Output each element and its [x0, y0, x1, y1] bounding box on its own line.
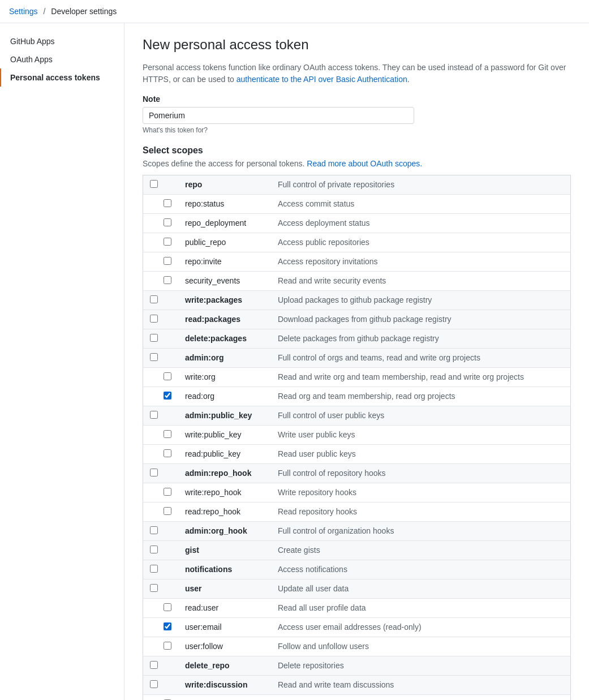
- scope-checkbox-public_repo[interactable]: [164, 238, 171, 246]
- scope-parent-row: admin:public_key Full control of user pu…: [143, 406, 571, 426]
- scope-checkbox-user[interactable]: [150, 584, 158, 592]
- scope-child-row: write:public_key Write user public keys: [143, 426, 571, 445]
- scope-checkbox-cell: [143, 637, 179, 656]
- scope-checkbox-write_public_key[interactable]: [164, 430, 171, 438]
- sidebar-item-oauth-apps[interactable]: OAuth Apps: [0, 50, 124, 68]
- scope-parent-row: delete:packages Delete packages from git…: [143, 329, 571, 349]
- scope-checkbox-cell: [143, 214, 179, 233]
- scope-checkbox-cell: [143, 252, 179, 272]
- scope-checkbox-cell: [143, 368, 179, 387]
- scope-name-cell: write:org: [178, 368, 271, 387]
- scope-child-desc-cell: Read team discussions: [271, 695, 571, 701]
- scope-child-name: read:user: [185, 603, 218, 612]
- scope-child-name: public_repo: [185, 238, 226, 247]
- scope-child-name: user:email: [185, 622, 222, 632]
- scope-child-name: read:org: [185, 392, 214, 401]
- scope-checkbox-repo_deployment[interactable]: [164, 218, 171, 226]
- scope-desc-cell: Full control of repository hooks: [271, 464, 571, 483]
- scope-checkbox-user_follow[interactable]: [164, 642, 171, 650]
- scope-child-desc-cell: Access repository invitations: [271, 252, 571, 272]
- scope-child-desc-cell: Access deployment status: [271, 214, 571, 233]
- scope-child-row: repo_deployment Access deployment status: [143, 214, 571, 233]
- scope-child-desc-cell: Read and write org and team membership, …: [271, 368, 571, 387]
- scope-checkbox-cell: [143, 579, 179, 599]
- scope-desc-cell: Access notifications: [271, 560, 571, 579]
- scope-checkbox-admin_org[interactable]: [150, 353, 158, 361]
- scope-checkbox-notifications[interactable]: [150, 565, 158, 573]
- scope-checkbox-cell: [143, 272, 179, 291]
- scope-desc-cell: Download packages from github package re…: [271, 310, 571, 329]
- note-input[interactable]: [143, 107, 414, 124]
- scope-name: admin:org_hook: [185, 526, 247, 535]
- basic-auth-link[interactable]: authenticate to the API over Basic Authe…: [237, 75, 410, 84]
- scope-child-row: public_repo Access public repositories: [143, 233, 571, 252]
- scope-checkbox-read_org[interactable]: [164, 392, 171, 400]
- scope-checkbox-read_packages[interactable]: [150, 315, 158, 323]
- scope-child-desc-cell: Write user public keys: [271, 426, 571, 445]
- scope-name: admin:public_key: [185, 411, 252, 420]
- scope-name-cell: write:discussion: [178, 676, 271, 695]
- scope-checkbox-cell: [143, 310, 179, 329]
- scope-checkbox-write_discussion[interactable]: [150, 680, 158, 688]
- scope-name: notifications: [185, 565, 232, 574]
- scope-name: admin:repo_hook: [185, 469, 251, 478]
- scope-desc-cell: Delete packages from github package regi…: [271, 329, 571, 349]
- scope-checkbox-cell: [143, 656, 179, 676]
- scope-checkbox-read_repo_hook[interactable]: [164, 507, 171, 515]
- scope-desc-cell: Create gists: [271, 541, 571, 560]
- scopes-table: repo Full control of private repositorie…: [143, 175, 571, 700]
- scope-checkbox-cell: [143, 522, 179, 541]
- scope-name-cell: security_events: [178, 272, 271, 291]
- scope-desc-cell: Delete repositories: [271, 656, 571, 676]
- scope-checkbox-read_user[interactable]: [164, 603, 171, 611]
- scope-checkbox-gist[interactable]: [150, 546, 158, 553]
- scope-checkbox-repo[interactable]: [150, 180, 158, 188]
- scope-checkbox-cell: [143, 483, 179, 503]
- sidebar-item-github-apps[interactable]: GitHub Apps: [0, 32, 124, 50]
- scope-name-cell: repo: [178, 175, 271, 195]
- scope-checkbox-cell: [143, 676, 179, 695]
- scope-checkbox-cell: [143, 387, 179, 406]
- scope-checkbox-cell: [143, 406, 179, 426]
- scope-checkbox-admin_repo_hook[interactable]: [150, 469, 158, 476]
- scope-child-desc-cell: Read repository hooks: [271, 503, 571, 522]
- scope-checkbox-admin_org_hook[interactable]: [150, 526, 158, 534]
- scope-checkbox-delete_repo[interactable]: [150, 661, 158, 669]
- scope-checkbox-read_public_key[interactable]: [164, 449, 171, 457]
- scope-checkbox-cell: [143, 599, 179, 618]
- scope-name-cell: admin:org: [178, 349, 271, 368]
- scope-name-cell: admin:org_hook: [178, 522, 271, 541]
- scope-checkbox-write_org[interactable]: [164, 372, 171, 380]
- scope-checkbox-cell: [143, 464, 179, 483]
- scope-checkbox-cell: [143, 291, 179, 310]
- scope-desc-cell: Full control of organization hooks: [271, 522, 571, 541]
- scope-child-desc-cell: Read all user profile data: [271, 599, 571, 618]
- scope-checkbox-cell: [143, 426, 179, 445]
- scope-checkbox-delete_packages[interactable]: [150, 334, 158, 342]
- scope-desc-cell: Upload packages to github package regist…: [271, 291, 571, 310]
- scope-child-row: write:repo_hook Write repository hooks: [143, 483, 571, 503]
- scope-child-row: security_events Read and write security …: [143, 272, 571, 291]
- sidebar-item-personal-access-tokens[interactable]: Personal access tokens: [0, 68, 124, 87]
- scope-checkbox-repo_invite[interactable]: [164, 257, 171, 265]
- scope-checkbox-repo_status[interactable]: [164, 199, 171, 207]
- scope-name-cell: user:email: [178, 618, 271, 637]
- scope-checkbox-write_repo_hook[interactable]: [164, 488, 171, 496]
- scope-child-name: read:public_key: [185, 449, 240, 458]
- scope-checkbox-write_packages[interactable]: [150, 295, 158, 303]
- scope-parent-row: repo Full control of private repositorie…: [143, 175, 571, 195]
- scope-child-desc-cell: Write repository hooks: [271, 483, 571, 503]
- oauth-scopes-link[interactable]: Read more about OAuth scopes.: [307, 159, 422, 168]
- scope-name-cell: public_repo: [178, 233, 271, 252]
- breadcrumb: Settings / Developer settings: [0, 0, 589, 23]
- scope-name-cell: notifications: [178, 560, 271, 579]
- scope-checkbox-admin_public_key[interactable]: [150, 411, 158, 419]
- scope-checkbox-cell: [143, 329, 179, 349]
- scope-checkbox-user_email[interactable]: [164, 622, 171, 630]
- settings-link[interactable]: Settings: [9, 7, 38, 16]
- sidebar: GitHub Apps OAuth Apps Personal access t…: [0, 23, 124, 700]
- scope-child-name: repo:status: [185, 199, 224, 208]
- scope-checkbox-cell: [143, 618, 179, 637]
- scope-desc-cell: Full control of user public keys: [271, 406, 571, 426]
- scope-checkbox-security_events[interactable]: [164, 276, 171, 284]
